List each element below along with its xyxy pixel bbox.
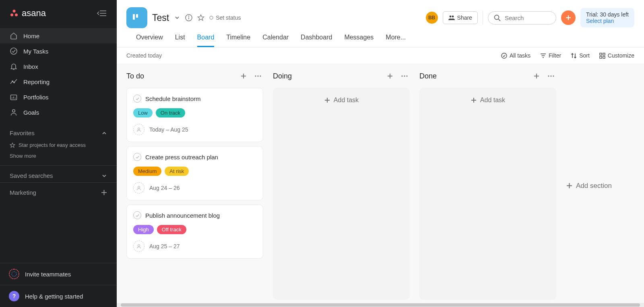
header-top: Test Set status BB	[126, 7, 634, 28]
search-box[interactable]	[488, 11, 556, 25]
svg-point-0	[13, 10, 16, 12]
column-title[interactable]: Doing	[273, 72, 381, 80]
nav-item-label: Inbox	[23, 63, 38, 70]
board-toolbar: Created today All tasks Filter Sort Cust…	[117, 47, 644, 64]
asana-logo[interactable]: asana	[10, 8, 46, 19]
tab-dashboard[interactable]: Dashboard	[301, 34, 332, 47]
add-task-icon[interactable]	[385, 71, 395, 81]
invite-icon	[9, 269, 19, 279]
tab-list[interactable]: List	[175, 34, 185, 47]
add-section-button[interactable]: Add section	[566, 71, 612, 300]
add-task-icon[interactable]	[238, 71, 249, 81]
tab-more[interactable]: More...	[386, 34, 406, 47]
complete-task-icon[interactable]	[133, 211, 141, 219]
tag[interactable]: At risk	[165, 167, 189, 176]
sort-button[interactable]: Sort	[571, 52, 590, 59]
svg-point-8	[12, 81, 13, 82]
sidebar-item-home[interactable]: Home	[0, 28, 117, 43]
chevron-down-icon[interactable]	[174, 14, 180, 21]
filter-button[interactable]: Filter	[540, 52, 561, 59]
set-status-button[interactable]: Set status	[209, 14, 241, 21]
assignee-empty-icon[interactable]	[133, 241, 144, 252]
sidebar: asana HomeMy TasksInboxReportingPortfoli…	[0, 0, 117, 307]
toolbar-left: Created today	[126, 52, 162, 59]
check-circle-icon	[501, 53, 507, 59]
task-card[interactable]: Publish announcement blogHighOff trackAu…	[126, 204, 263, 259]
column-menu-icon[interactable]	[399, 71, 410, 81]
chevron-up-icon	[101, 130, 107, 136]
tab-board[interactable]: Board	[197, 34, 215, 47]
add-task-icon[interactable]	[531, 71, 542, 81]
favorites-label: Favorites	[10, 130, 35, 136]
collapse-sidebar-icon[interactable]	[97, 9, 107, 17]
complete-task-icon[interactable]	[133, 95, 141, 103]
tag[interactable]: Low	[133, 108, 153, 117]
card-tags: MediumAt risk	[133, 167, 256, 176]
star-icon[interactable]	[197, 14, 204, 21]
search-input[interactable]	[505, 14, 550, 21]
sidebar-item-my-tasks[interactable]: My Tasks	[0, 43, 117, 59]
svg-point-18	[12, 272, 17, 276]
invite-teammates-button[interactable]: Invite teammates	[0, 263, 117, 285]
sidebar-nav: HomeMy TasksInboxReportingPortfoliosGoal…	[0, 25, 117, 123]
sidebar-item-portfolios[interactable]: Portfolios	[0, 89, 117, 105]
avatar[interactable]: BB	[426, 12, 438, 24]
date-range[interactable]: Aug 24 – 26	[149, 185, 180, 191]
header-right: BB Share Trial:	[426, 8, 634, 27]
info-icon[interactable]	[185, 14, 192, 21]
empty-column-dropzone[interactable]: Add task	[273, 88, 410, 300]
sidebar-section-saved-searches[interactable]: Saved searches	[0, 165, 117, 182]
svg-point-24	[189, 16, 189, 16]
plus-icon[interactable]	[101, 190, 107, 196]
assignee-empty-icon[interactable]	[133, 182, 144, 194]
assignee-empty-icon[interactable]	[133, 124, 144, 135]
tag[interactable]: Off track	[157, 225, 186, 234]
column-header: Done	[419, 71, 556, 81]
svg-point-47	[260, 75, 261, 76]
svg-rect-41	[600, 56, 602, 58]
people-icon	[448, 15, 455, 21]
svg-point-46	[257, 75, 258, 76]
sidebar-item-inbox[interactable]: Inbox	[0, 59, 117, 74]
sidebar-section-workspace[interactable]: Marketing	[0, 182, 117, 199]
column-title[interactable]: Done	[419, 72, 527, 80]
sidebar-item-goals[interactable]: Goals	[0, 105, 117, 120]
project-title[interactable]: Test	[152, 12, 169, 23]
column-title[interactable]: To do	[126, 72, 234, 80]
show-more-link[interactable]: Show more	[0, 150, 117, 161]
help-icon: ?	[9, 291, 19, 301]
date-range[interactable]: Today – Aug 25	[149, 126, 188, 133]
tab-messages[interactable]: Messages	[344, 34, 374, 47]
horizontal-scrollbar[interactable]	[117, 303, 644, 307]
select-plan-link[interactable]: Select plan	[586, 18, 629, 24]
empty-column-dropzone[interactable]: Add task	[419, 88, 556, 300]
sidebar-top: asana	[0, 0, 117, 25]
date-range[interactable]: Aug 25 – 27	[149, 243, 180, 249]
column-menu-icon[interactable]	[546, 71, 556, 81]
tag[interactable]: Medium	[133, 167, 161, 176]
column-done: DoneAdd task	[419, 71, 556, 300]
all-tasks-filter[interactable]: All tasks	[501, 52, 530, 59]
project-header: Test Set status BB	[117, 0, 644, 47]
help-button[interactable]: ? Help & getting started	[0, 285, 117, 307]
sidebar-section-favorites[interactable]: Favorites	[0, 123, 117, 140]
tab-calendar[interactable]: Calendar	[262, 34, 289, 47]
add-task-button[interactable]: Add task	[324, 97, 359, 104]
column-doing: DoingAdd task	[273, 71, 410, 300]
tag[interactable]: On track	[156, 108, 185, 117]
share-button[interactable]: Share	[443, 11, 478, 24]
card-footer: Aug 25 – 27	[133, 241, 256, 252]
tab-overview[interactable]: Overview	[136, 34, 163, 47]
complete-task-icon[interactable]	[133, 153, 141, 161]
column-menu-icon[interactable]	[253, 71, 263, 81]
global-add-button[interactable]	[561, 10, 576, 25]
card-tags: HighOff track	[133, 225, 256, 234]
customize-button[interactable]: Customize	[599, 52, 634, 59]
add-task-button[interactable]: Add task	[471, 97, 505, 104]
project-board-icon[interactable]	[126, 7, 147, 28]
tag[interactable]: High	[133, 225, 154, 234]
sidebar-item-reporting[interactable]: Reporting	[0, 74, 117, 89]
task-card[interactable]: Create press outreach planMediumAt riskA…	[126, 146, 263, 200]
tab-timeline[interactable]: Timeline	[226, 34, 250, 47]
task-card[interactable]: Schedule brainstormLowOn trackToday – Au…	[126, 88, 263, 142]
